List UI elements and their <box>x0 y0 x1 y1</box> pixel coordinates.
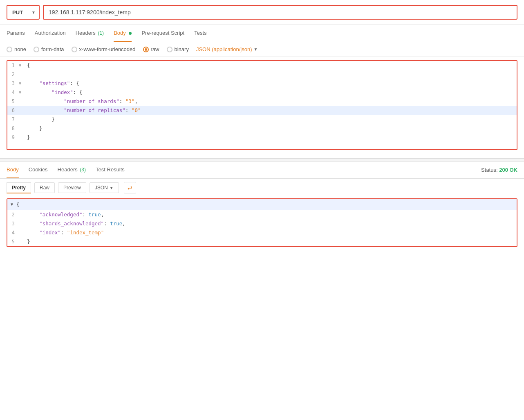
request-line-5: 5 "number_of_shards": "3", <box>7 97 517 106</box>
tab-authorization[interactable]: Authorization <box>35 25 66 42</box>
line-number: 8 <box>7 124 19 133</box>
tab-response-headers[interactable]: Headers (3) <box>58 162 86 178</box>
response-line-5: 5} <box>7 237 517 246</box>
chevron-down-icon: ▼ <box>31 10 36 15</box>
tab-response-cookies[interactable]: Cookies <box>29 162 48 178</box>
line-number: 9 <box>7 133 19 142</box>
response-header-line: ▼{ <box>7 199 517 210</box>
request-line-7: 7 } <box>7 115 517 124</box>
url-input[interactable]: 192.168.1.117:9200/index_temp <box>49 9 512 16</box>
tab-pre-request[interactable]: Pre-request Script <box>141 25 184 42</box>
request-line-1: 1▼{ <box>7 61 517 70</box>
format-urlencoded[interactable]: x-www-form-urlencoded <box>72 46 136 52</box>
response-raw-btn[interactable]: Raw <box>34 182 55 193</box>
response-pretty-btn[interactable]: Pretty <box>7 182 31 193</box>
response-preview-btn[interactable]: Preview <box>58 182 86 193</box>
body-dot-indicator <box>129 32 132 35</box>
line-number: 1 <box>7 61 19 70</box>
json-type-selector[interactable]: JSON (application/json) ▼ <box>196 46 258 52</box>
response-body-editor: ▼{2 "acknowledged": true,3 "shards_ackno… <box>7 198 517 247</box>
json-type-dropdown-icon: ▼ <box>253 47 258 52</box>
response-line-2: 2 "acknowledged": true, <box>7 210 517 219</box>
format-none[interactable]: none <box>7 46 26 52</box>
tab-tests[interactable]: Tests <box>194 25 206 42</box>
radio-urlencoded <box>72 47 77 52</box>
status-info: Status: 200 OK <box>475 162 524 178</box>
format-binary[interactable]: binary <box>167 46 189 52</box>
request-line-2: 2 <box>7 70 517 79</box>
status-value: 200 OK <box>499 167 517 173</box>
format-form-data[interactable]: form-data <box>34 46 64 52</box>
line-number: 2 <box>7 210 19 219</box>
headers-badge: (1) <box>98 30 104 36</box>
line-number: 4 <box>7 88 19 97</box>
line-number: 3 <box>7 79 19 88</box>
line-number: 5 <box>7 97 19 106</box>
tab-headers[interactable]: Headers (1) <box>76 25 104 42</box>
url-input-container[interactable]: 192.168.1.117:9200/index_temp <box>43 5 517 20</box>
top-bar: PUT ▼ 192.168.1.117:9200/index_temp <box>0 0 524 25</box>
request-line-4: 4▼ "index": { <box>7 88 517 97</box>
method-dropdown-arrow[interactable]: ▼ <box>28 6 39 19</box>
line-number: 4 <box>7 228 19 237</box>
response-tabs: Body Cookies Headers (3) Test Results <box>0 162 131 178</box>
response-line-3: 3 "shards_acknowledged": true, <box>7 219 517 228</box>
line-number: 7 <box>7 115 19 124</box>
tab-body[interactable]: Body <box>114 25 132 42</box>
radio-raw <box>143 47 149 52</box>
radio-form-data <box>34 47 39 52</box>
radio-binary <box>167 47 172 52</box>
request-line-3: 3▼ "settings": { <box>7 79 517 88</box>
response-json-dropdown-icon: ▼ <box>110 186 114 190</box>
line-arrow: ▼ <box>19 61 25 70</box>
tab-test-results[interactable]: Test Results <box>96 162 125 178</box>
line-arrow: ▼ <box>19 88 25 97</box>
request-body-editor[interactable]: 1▼{2 3▼ "settings": {4▼ "index": {5 "num… <box>7 60 517 150</box>
method-label: PUT <box>7 9 28 16</box>
response-json-type-btn[interactable]: JSON ▼ <box>90 182 119 193</box>
section-divider <box>0 158 524 162</box>
request-tabs: Params Authorization Headers (1) Body Pr… <box>0 25 524 42</box>
response-wrap-btn[interactable]: ⇄ <box>124 182 136 193</box>
response-tabs-status-row: Body Cookies Headers (3) Test Results St… <box>0 162 524 179</box>
response-line-4: 4 "index": "index_temp" <box>7 228 517 237</box>
radio-none <box>7 47 12 52</box>
line-number: 3 <box>7 219 19 228</box>
request-line-9: 9} <box>7 133 517 142</box>
response-headers-badge: (3) <box>80 167 86 173</box>
body-format-row: none form-data x-www-form-urlencoded raw… <box>0 42 524 57</box>
response-format-row: Pretty Raw Preview JSON ▼ ⇄ <box>0 179 524 197</box>
method-selector[interactable]: PUT ▼ <box>7 5 40 20</box>
format-raw[interactable]: raw <box>143 46 159 52</box>
collapse-arrow[interactable]: ▼ <box>11 200 13 209</box>
line-number: 2 <box>7 70 19 79</box>
tab-response-body[interactable]: Body <box>7 162 19 178</box>
line-number: 5 <box>7 237 19 246</box>
request-line-8: 8 } <box>7 124 517 133</box>
line-number: 6 <box>7 106 19 115</box>
line-arrow: ▼ <box>19 79 25 88</box>
request-line-6: 6 "number_of_replicas": "0" <box>7 106 517 115</box>
tab-params[interactable]: Params <box>7 25 25 42</box>
